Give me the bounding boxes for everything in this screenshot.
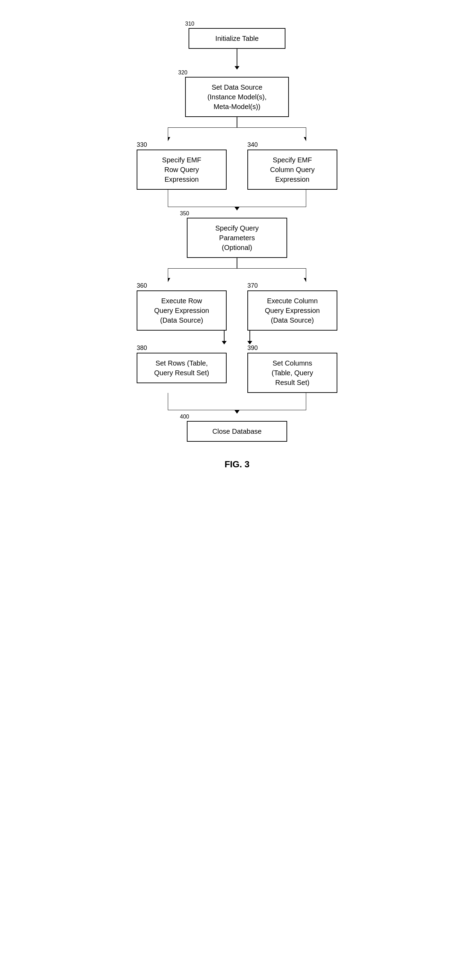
col-330: 330 Specify EMFRow QueryExpression: [137, 141, 227, 190]
node-330: Specify EMFRow QueryExpression: [137, 150, 227, 190]
node-320: Set Data Source(Instance Model(s),Meta-M…: [185, 77, 289, 117]
col-360: 360 Execute RowQuery Expression(Data Sou…: [137, 282, 227, 331]
svg-marker-10: [168, 278, 170, 282]
col-390: 390 Set Columns(Table, QueryResult Set): [247, 344, 337, 393]
node-310: Initialize Table: [189, 28, 285, 49]
label-400: 400: [180, 414, 189, 420]
label-360: 360: [137, 282, 147, 290]
node-370: Execute ColumnQuery Expression(Data Sour…: [247, 290, 337, 331]
arrow-310-320: [235, 49, 239, 70]
arrow-col-360-380: [222, 331, 227, 344]
label-390: 390: [247, 344, 258, 352]
figure-label: FIG. 3: [225, 459, 249, 470]
label-330: 330: [137, 141, 147, 148]
split-connector-330-340: [168, 127, 306, 141]
node-350: Specify QueryParameters(Optional): [187, 218, 287, 258]
col-370: 370 Execute ColumnQuery Expression(Data …: [247, 282, 337, 331]
node-400: Close Database: [187, 421, 287, 442]
arrows-360-370-to-380-390: [113, 331, 361, 344]
arrow-merge-350: [235, 207, 239, 210]
label-310: 310: [185, 21, 195, 27]
label-350: 350: [180, 210, 189, 217]
node-380: Set Rows (Table,Query Result Set): [137, 353, 227, 383]
line-320-split: [237, 117, 237, 127]
node-340: Specify EMFColumn QueryExpression: [247, 150, 337, 190]
line-350-split: [237, 258, 237, 268]
split-connector-360-370: [168, 268, 306, 282]
svg-marker-4: [304, 137, 306, 141]
col-380: 380 Set Rows (Table,Query Result Set): [137, 344, 227, 393]
label-370: 370: [247, 282, 258, 290]
svg-marker-2: [168, 137, 170, 141]
arrow-merge-400: [235, 410, 239, 414]
row-380-390: 380 Set Rows (Table,Query Result Set) 39…: [113, 344, 361, 393]
merge-connector-330-340: [168, 190, 306, 207]
label-340: 340: [247, 141, 258, 148]
node-360: Execute RowQuery Expression(Data Source): [137, 290, 227, 331]
label-380: 380: [137, 344, 147, 352]
flowchart: 310 Initialize Table 320 Set Data Source…: [113, 21, 361, 470]
arrow-col-370-390: [247, 331, 252, 344]
col-340: 340 Specify EMFColumn QueryExpression: [247, 141, 337, 190]
node-390: Set Columns(Table, QueryResult Set): [247, 353, 337, 393]
merge-connector-380-390: [168, 393, 306, 410]
label-320: 320: [178, 70, 187, 76]
row-330-340: 330 Specify EMFRow QueryExpression 340 S…: [113, 141, 361, 190]
row-360-370: 360 Execute RowQuery Expression(Data Sou…: [113, 282, 361, 331]
svg-marker-12: [304, 278, 306, 282]
